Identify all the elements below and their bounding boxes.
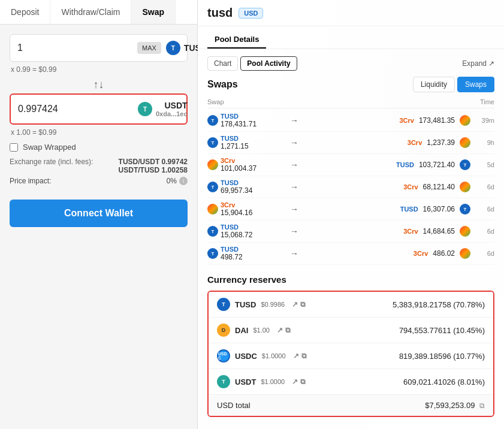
reserve-amount-dai: 794,553.77611 (10.45%) bbox=[399, 326, 485, 335]
external-link-icon[interactable]: ↗ bbox=[292, 300, 298, 309]
chart-toggle-chart[interactable]: Chart bbox=[207, 56, 238, 71]
swap-arrow-icon: → bbox=[285, 116, 303, 125]
to-token-icon bbox=[460, 248, 470, 259]
chart-toggle-group: Chart Pool Activity bbox=[207, 56, 297, 71]
copy-icon[interactable]: ⧉ bbox=[479, 401, 485, 410]
copy-icon[interactable]: ⧉ bbox=[300, 300, 306, 309]
col-time: Time bbox=[480, 98, 494, 105]
liquidity-button[interactable]: Liquidity bbox=[413, 77, 455, 92]
swap-arrow-icon: → bbox=[285, 138, 303, 147]
tab-withdraw[interactable]: Withdraw/Claim bbox=[50, 0, 131, 24]
usdt-icon: T bbox=[138, 102, 152, 116]
max-button[interactable]: MAX bbox=[137, 42, 161, 54]
swap-form: MAX T TUSD x 0.99 = $0.99 ↑↓ T USDT 0xda… bbox=[0, 25, 197, 429]
reserve-price-tusd: $0.9986 bbox=[261, 301, 285, 308]
to-token-icon bbox=[460, 115, 470, 126]
swap-time: 6d bbox=[470, 206, 494, 213]
reserves-box: T TUSD $0.9986 ↗ ⧉ 5,383,918.21758 (70.7… bbox=[207, 291, 494, 417]
tab-bar: Deposit Withdraw/Claim Swap bbox=[0, 0, 197, 25]
copy-icon[interactable]: ⧉ bbox=[285, 326, 291, 334]
price-impact-value: 0% i bbox=[167, 177, 188, 185]
chart-toggle-activity[interactable]: Pool Activity bbox=[240, 56, 297, 71]
usd-total-label: USD total bbox=[217, 401, 251, 410]
swap-time: 6d bbox=[470, 228, 494, 235]
from-token-icon: T bbox=[207, 226, 218, 237]
exchange-rate-row: Exchange rate (incl. fees): TUSD/USDT 0.… bbox=[10, 158, 188, 174]
swap-arrow-icon: → bbox=[285, 226, 303, 236]
connect-wallet-button[interactable]: Connect Wallet bbox=[10, 200, 188, 227]
reserves-title: Currency reserves bbox=[207, 274, 494, 285]
reserve-token-dai: DAI bbox=[235, 326, 248, 335]
swap-from-col: T TUSD 178,431.71 bbox=[207, 113, 285, 128]
currency-reserves-section: Currency reserves T TUSD $0.9986 ↗ ⧉ 5,3… bbox=[207, 274, 494, 417]
reserve-icons-tusd: ↗ ⧉ bbox=[292, 300, 306, 309]
swap-from-col: T TUSD 15,068.72 bbox=[207, 223, 285, 239]
pool-header: tusd USD bbox=[198, 0, 504, 26]
usdc-reserve-icon: USD C bbox=[217, 349, 230, 362]
exchange-rate-val1: TUSD/USDT 0.99742 bbox=[119, 158, 188, 166]
reserve-row-usdt: T USDT $1.0000 ↗ ⧉ 609,021.41026 (8.01%) bbox=[209, 369, 493, 395]
from-token-icon bbox=[207, 159, 218, 170]
from-input-group: MAX T TUSD bbox=[10, 34, 188, 62]
swaps-title: Swaps bbox=[207, 79, 238, 90]
swap-from-col: T TUSD 498.72 bbox=[207, 246, 285, 261]
swap-to-col: TUSD 16,307.06 T bbox=[303, 204, 470, 214]
dai-reserve-icon: D bbox=[217, 324, 230, 337]
reserve-left-usdc: USD C USDC $1.0000 ↗ ⧉ bbox=[217, 349, 307, 362]
pool-content: Chart Pool Activity Expand ↗ Swaps Liqui… bbox=[198, 49, 504, 429]
swap-time: 6d bbox=[470, 183, 494, 191]
external-link-icon[interactable]: ↗ bbox=[277, 326, 283, 334]
pool-name: tusd bbox=[207, 6, 233, 20]
tab-deposit[interactable]: Deposit bbox=[0, 0, 50, 24]
reserve-token-usdt: USDT bbox=[235, 377, 256, 386]
tusd-icon: T bbox=[166, 41, 180, 55]
from-token-icon: T bbox=[207, 248, 218, 259]
swaps-table: Swap Time T TUSD 178,431.71 → 3Crv 173,4… bbox=[207, 97, 494, 265]
pool-badge: USD bbox=[239, 8, 263, 19]
to-token-icon: T bbox=[460, 204, 470, 214]
copy-icon[interactable]: ⧉ bbox=[300, 377, 306, 386]
tusd-reserve-icon: T bbox=[217, 298, 230, 311]
tab-swap[interactable]: Swap bbox=[131, 0, 176, 24]
to-token-icon: T bbox=[460, 159, 470, 170]
external-link-icon[interactable]: ↗ bbox=[292, 377, 298, 386]
reserve-left-dai: D DAI $1.00 ↗ ⧉ bbox=[217, 324, 291, 337]
to-input-group: T USDT 0xda...1ec bbox=[10, 93, 188, 125]
swap-to-col: 3Crv 14,684.65 bbox=[303, 226, 470, 237]
table-row: 3Crv 101,004.37 → TUSD 103,721.40 T 5d bbox=[207, 154, 494, 176]
swaps-col-header: Swap Time bbox=[207, 97, 494, 108]
col-swap: Swap bbox=[207, 98, 224, 105]
copy-icon[interactable]: ⧉ bbox=[301, 352, 307, 360]
pool-tab-details[interactable]: Pool Details bbox=[207, 31, 266, 49]
from-sub-text: x 0.99 = $0.99 bbox=[10, 65, 188, 74]
swap-to-col: 3Crv 173,481.35 bbox=[303, 115, 470, 126]
table-row: T TUSD 69,957.34 → 3Crv 68,121.40 6d bbox=[207, 176, 494, 198]
swaps-button[interactable]: Swaps bbox=[457, 77, 494, 92]
expand-button[interactable]: Expand ↗ bbox=[462, 59, 494, 68]
to-sub-text: x 1.00 = $0.99 bbox=[10, 128, 188, 137]
swap-wrapped-checkbox[interactable] bbox=[10, 143, 18, 152]
to-input[interactable] bbox=[18, 104, 138, 114]
from-input[interactable] bbox=[17, 43, 137, 53]
reserve-price-usdc: $1.0000 bbox=[262, 352, 286, 359]
reserve-amount-tusd: 5,383,918.21758 (70.78%) bbox=[393, 300, 485, 309]
external-link-icon[interactable]: ↗ bbox=[293, 352, 299, 360]
swap-arrow-icon: → bbox=[285, 160, 303, 170]
swap-from-col: 3Crv 15,904.16 bbox=[207, 201, 285, 217]
reserve-token-tusd: TUSD bbox=[235, 300, 256, 309]
swap-to-col: TUSD 103,721.40 T bbox=[303, 159, 470, 170]
reserve-amount-usdt: 609,021.41026 (8.01%) bbox=[403, 377, 485, 386]
reserve-row-usdc: USD C USDC $1.0000 ↗ ⧉ 819,389.18596 (10… bbox=[209, 343, 493, 369]
exchange-rate-val2: USDT/TUSD 1.00258 bbox=[119, 166, 188, 174]
reserve-token-usdc: USDC bbox=[235, 352, 257, 361]
to-token-icon bbox=[460, 137, 470, 148]
price-impact-info-icon[interactable]: i bbox=[179, 177, 188, 185]
reserve-total-row: USD total $7,593,253.09 ⧉ bbox=[209, 395, 493, 416]
swap-time: 6d bbox=[470, 250, 494, 257]
swap-to-col: 3Crv 486.02 bbox=[303, 248, 470, 259]
to-token-icon bbox=[460, 182, 470, 192]
exchange-rate-label: Exchange rate (incl. fees): bbox=[10, 158, 93, 174]
table-row: T TUSD 15,068.72 → 3Crv 14,684.65 6d bbox=[207, 220, 494, 243]
swap-direction-toggle[interactable]: ↑↓ bbox=[10, 78, 188, 91]
price-impact-row: Price impact: 0% i bbox=[10, 177, 188, 185]
